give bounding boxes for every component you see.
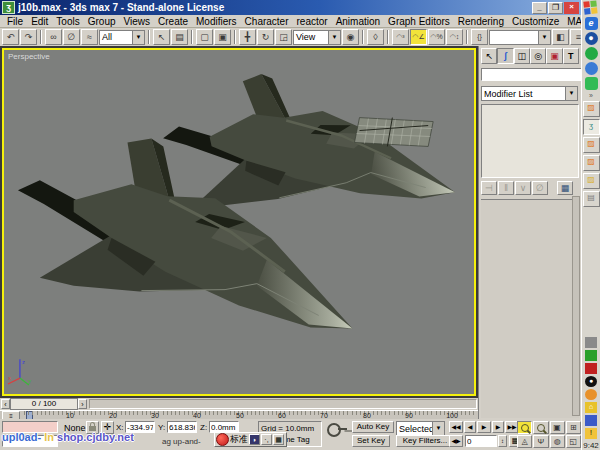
ime-soft-keyboard-icon[interactable]: ▦ xyxy=(273,434,284,445)
quicklaunch-chevron-icon[interactable]: » xyxy=(589,92,593,99)
close-button[interactable]: × xyxy=(564,2,579,14)
menu-tools[interactable]: Tools xyxy=(52,16,83,27)
quicklaunch-ie-icon[interactable]: e xyxy=(585,17,598,30)
motion-tab[interactable]: ◎ xyxy=(530,48,546,64)
rectangular-selection-region-button[interactable]: ▢ xyxy=(196,29,213,45)
auto-key-button[interactable]: Auto Key xyxy=(352,421,394,433)
arc-rotate-button[interactable]: ◍ xyxy=(550,435,565,448)
mirror-button[interactable]: ◧ xyxy=(552,29,569,45)
menu-views[interactable]: Views xyxy=(120,16,155,27)
select-and-scale-button[interactable]: ◲ xyxy=(275,29,292,45)
key-selection-dropdown[interactable]: Selected▼ xyxy=(396,421,445,436)
key-filters-button[interactable]: Key Filters... xyxy=(396,435,454,447)
ime-punctuation-icon[interactable]: ·, xyxy=(261,434,272,445)
zoom-extents-button[interactable]: ▣ xyxy=(550,421,565,434)
tray-blue-icon[interactable] xyxy=(585,415,597,426)
reference-coordinate-dropdown[interactable]: View▼ xyxy=(293,30,341,45)
remove-modifier-button[interactable]: ∅ xyxy=(532,181,548,195)
frame-spinner[interactable]: ↕ xyxy=(498,435,507,447)
angle-snap-toggle-button[interactable]: ◠∠ xyxy=(410,29,427,45)
select-and-move-button[interactable]: ╋ xyxy=(239,29,256,45)
zoom-button[interactable] xyxy=(517,421,532,434)
quicklaunch-msn-icon[interactable] xyxy=(585,62,598,75)
snap-toggle-3d-button[interactable]: ◠³ xyxy=(392,29,409,45)
start-button[interactable] xyxy=(583,0,598,15)
next-frame-arrow[interactable]: › xyxy=(78,399,87,409)
select-object-button[interactable]: ↖ xyxy=(153,29,170,45)
zoom-all-button[interactable] xyxy=(533,421,548,434)
menu-rendering[interactable]: Rendering xyxy=(454,16,508,27)
select-and-link-button[interactable]: ∞ xyxy=(45,29,62,45)
set-key-button[interactable]: Set Key xyxy=(352,435,390,447)
previous-frame-button[interactable]: ◀ xyxy=(464,421,476,433)
quicklaunch-media-player-icon[interactable]: ● xyxy=(585,32,598,45)
taskbar-window-folder[interactable]: ▨ xyxy=(583,173,600,189)
taskbar-window-printer[interactable]: ▤ xyxy=(583,191,600,207)
quicklaunch-green-app-icon[interactable] xyxy=(585,77,598,90)
ime-fullhalf-toggle-icon[interactable]: ◗ xyxy=(249,434,260,445)
select-by-name-button[interactable]: ▤ xyxy=(171,29,188,45)
tray-device-icon[interactable] xyxy=(585,337,597,348)
modify-tab[interactable]: ʃ xyxy=(497,48,513,64)
edit-named-selection-sets-button[interactable]: {} xyxy=(471,29,488,45)
modifier-stack-list[interactable] xyxy=(481,104,579,178)
viewport-label[interactable]: Perspective xyxy=(8,52,50,61)
tray-qq-penguin-icon[interactable]: ● xyxy=(585,376,597,387)
menu-animation[interactable]: Animation xyxy=(332,16,384,27)
minimize-button[interactable]: _ xyxy=(532,2,547,14)
menu-create[interactable]: Create xyxy=(154,16,192,27)
hierarchy-tab[interactable]: ◫ xyxy=(514,48,530,64)
app-icon[interactable]: ʒ xyxy=(2,1,15,14)
y-coordinate-field[interactable] xyxy=(167,421,197,433)
min-max-toggle-button[interactable]: ◱ xyxy=(566,435,581,448)
zoom-extents-all-button[interactable]: ⊞ xyxy=(566,421,581,434)
play-animation-button[interactable]: ▶ xyxy=(477,421,491,433)
menu-character[interactable]: Character xyxy=(241,16,293,27)
unlink-selection-button[interactable]: ∅ xyxy=(63,29,80,45)
select-and-manipulate-button[interactable]: ◊ xyxy=(367,29,384,45)
selection-filter-dropdown[interactable]: All▼ xyxy=(99,30,145,45)
field-of-view-button[interactable]: ◬ xyxy=(517,435,532,448)
create-tab[interactable]: ↖ xyxy=(481,48,497,64)
menu-modifiers[interactable]: Modifiers xyxy=(192,16,241,27)
tray-red-app-icon[interactable] xyxy=(585,363,597,374)
tray-green-icon[interactable] xyxy=(585,350,597,361)
track-bar[interactable]: ≡ 10 20 30 40 50 60 70 80 90 100 xyxy=(0,410,478,419)
menu-file[interactable]: File xyxy=(3,16,27,27)
percent-snap-toggle-button[interactable]: ◠% xyxy=(428,29,445,45)
current-frame-field[interactable] xyxy=(465,435,497,447)
pan-view-button[interactable]: Ψ xyxy=(533,435,548,448)
ime-mode-label[interactable]: 标准 xyxy=(230,433,248,446)
key-mode-toggle-button[interactable]: ◀▶ xyxy=(449,435,463,447)
tray-warning-icon[interactable]: ! xyxy=(585,428,597,439)
modifier-list-dropdown[interactable]: Modifier List ▼ xyxy=(481,86,578,101)
window-crossing-toggle-button[interactable]: ▣ xyxy=(214,29,231,45)
time-slider-handle[interactable]: 0 / 100 xyxy=(10,398,78,410)
configure-modifier-sets-button[interactable]: ▦ xyxy=(557,181,573,195)
tray-lock-icon[interactable]: ⌂ xyxy=(585,402,597,413)
named-selection-sets-dropdown[interactable]: ▼ xyxy=(489,30,551,45)
previous-frame-arrow[interactable]: ‹ xyxy=(1,399,10,409)
ime-logo-icon[interactable] xyxy=(216,433,229,446)
use-pivot-point-center-button[interactable]: ◉ xyxy=(342,29,359,45)
select-and-rotate-button[interactable]: ↻ xyxy=(257,29,274,45)
make-unique-button[interactable]: ∨ xyxy=(515,181,531,195)
undo-button[interactable]: ↶ xyxy=(2,29,19,45)
restore-button[interactable]: ❐ xyxy=(548,2,563,14)
utilities-tab[interactable]: T xyxy=(563,48,579,64)
taskbar-window-image2[interactable]: ▨ xyxy=(583,137,600,153)
redo-button[interactable]: ↷ xyxy=(20,29,37,45)
bind-to-space-warp-button[interactable]: ≈ xyxy=(81,29,98,45)
quicklaunch-qq-icon[interactable] xyxy=(585,47,598,60)
taskbar-window-image3[interactable]: ▨ xyxy=(583,155,600,171)
menu-reactor[interactable]: reactor xyxy=(293,16,332,27)
next-frame-button[interactable]: ▶ xyxy=(492,421,504,433)
menu-group[interactable]: Group xyxy=(84,16,120,27)
tray-orange-ball-icon[interactable] xyxy=(585,389,597,400)
time-slider-track[interactable] xyxy=(89,399,477,409)
menu-customize[interactable]: Customize xyxy=(508,16,563,27)
perspective-viewport[interactable]: Perspective xyxy=(2,48,476,396)
set-keys-button[interactable] xyxy=(327,423,341,439)
menu-edit[interactable]: Edit xyxy=(27,16,52,27)
menu-graph-editors[interactable]: Graph Editors xyxy=(384,16,454,27)
